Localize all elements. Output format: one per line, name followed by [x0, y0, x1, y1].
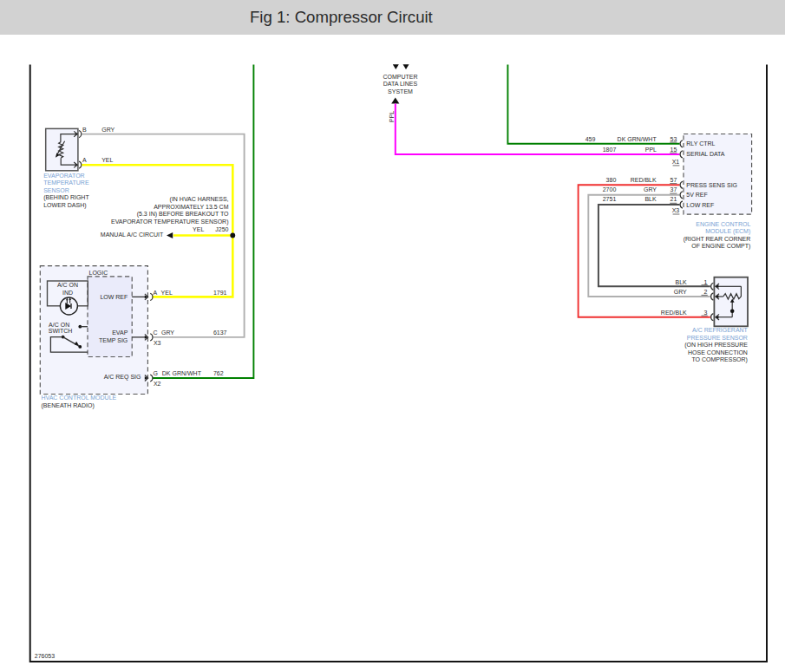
- svg-text:(IN HVAC HARNESS,: (IN HVAC HARNESS,: [170, 196, 229, 203]
- svg-text:PPL: PPL: [645, 147, 657, 153]
- svg-text:2700: 2700: [603, 186, 617, 192]
- svg-text:ENGINE CONTROL: ENGINE CONTROL: [696, 221, 750, 227]
- svg-text:TEMPERATURE: TEMPERATURE: [43, 179, 89, 186]
- svg-text:A/C ON: A/C ON: [57, 282, 78, 288]
- svg-text:G: G: [154, 370, 158, 376]
- svg-text:(ON HIGH PRESSURE: (ON HIGH PRESSURE: [684, 342, 748, 349]
- svg-text:APPROXIMATELY 13.5 CM: APPROXIMATELY 13.5 CM: [154, 204, 229, 210]
- svg-text:J250: J250: [215, 226, 228, 232]
- svg-text:A: A: [154, 290, 158, 296]
- svg-text:RLY CTRL: RLY CTRL: [686, 140, 715, 147]
- svg-text:COMPUTER: COMPUTER: [383, 74, 417, 80]
- svg-text:PPL: PPL: [389, 111, 395, 122]
- svg-text:276053: 276053: [35, 653, 55, 659]
- svg-text:Fig 1: Compressor Circuit: Fig 1: Compressor Circuit: [250, 8, 434, 26]
- svg-text:PRESSURE SENSOR: PRESSURE SENSOR: [687, 335, 748, 341]
- svg-text:DK GRN/WHT: DK GRN/WHT: [618, 136, 657, 142]
- svg-text:SYSTEM: SYSTEM: [388, 88, 413, 95]
- svg-text:LOW REF: LOW REF: [100, 294, 128, 300]
- svg-text:1: 1: [704, 279, 708, 285]
- svg-text:2: 2: [704, 289, 708, 295]
- svg-text:GRY: GRY: [644, 186, 657, 192]
- svg-text:762: 762: [213, 370, 224, 376]
- svg-text:RED/BLK: RED/BLK: [631, 177, 657, 183]
- svg-text:BLK: BLK: [644, 196, 657, 202]
- svg-text:C: C: [154, 329, 158, 336]
- svg-text:BLK: BLK: [676, 279, 688, 285]
- svg-text:A/C REQ SIG: A/C REQ SIG: [104, 374, 141, 381]
- svg-text:OF ENGINE COMPT): OF ENGINE COMPT): [691, 243, 750, 250]
- svg-text:B: B: [82, 127, 87, 133]
- svg-text:TEMP SIG: TEMP SIG: [99, 337, 128, 343]
- svg-text:380: 380: [606, 177, 617, 183]
- svg-text:X2: X2: [154, 381, 161, 387]
- svg-text:1791: 1791: [213, 290, 227, 296]
- svg-text:IND: IND: [62, 290, 73, 296]
- svg-text:A: A: [82, 157, 87, 163]
- svg-text:HVAC CONTROL MODULE: HVAC CONTROL MODULE: [42, 395, 117, 401]
- svg-text:5V REF: 5V REF: [686, 192, 708, 198]
- svg-text:SERIAL DATA: SERIAL DATA: [686, 151, 725, 157]
- svg-text:HOSE CONNECTION: HOSE CONNECTION: [688, 349, 748, 356]
- svg-text:53: 53: [671, 136, 677, 142]
- svg-text:A/C REFRIGERANT: A/C REFRIGERANT: [692, 327, 749, 333]
- svg-text:1807: 1807: [603, 147, 617, 153]
- svg-text:X1: X1: [672, 159, 680, 165]
- svg-text:21: 21: [671, 196, 677, 202]
- svg-text:DK GRN/WHT: DK GRN/WHT: [162, 370, 202, 376]
- svg-text:(5.3 IN) BEFORE BREAKOUT TO: (5.3 IN) BEFORE BREAKOUT TO: [137, 211, 229, 218]
- svg-text:EVAPORATOR: EVAPORATOR: [43, 173, 84, 179]
- svg-text:GRY: GRY: [101, 127, 114, 133]
- svg-text:3: 3: [704, 310, 708, 316]
- svg-text:YEL: YEL: [101, 157, 113, 163]
- svg-text:SWITCH: SWITCH: [49, 328, 73, 334]
- svg-text:EVAP: EVAP: [112, 329, 128, 336]
- svg-text:SENSOR: SENSOR: [43, 187, 69, 193]
- svg-text:YEL: YEL: [161, 290, 173, 296]
- svg-text:(BENEATH RADIO): (BENEATH RADIO): [42, 402, 95, 409]
- svg-text:GRY: GRY: [161, 329, 174, 336]
- svg-text:(RIGHT REAR CORNER: (RIGHT REAR CORNER: [684, 236, 751, 243]
- svg-text:EVAPORATOR TEMPERATURE SENSOR): EVAPORATOR TEMPERATURE SENSOR): [111, 219, 229, 225]
- svg-text:MODULE (ECM): MODULE (ECM): [705, 228, 750, 235]
- svg-text:MANUAL A/C CIRCUIT: MANUAL A/C CIRCUIT: [101, 232, 164, 238]
- svg-text:(BEHIND RIGHT: (BEHIND RIGHT: [43, 194, 89, 201]
- svg-text:YEL: YEL: [193, 226, 204, 232]
- svg-text:37: 37: [671, 186, 677, 192]
- svg-text:459: 459: [585, 136, 596, 142]
- svg-text:6137: 6137: [213, 329, 227, 336]
- svg-text:LOWER DASH): LOWER DASH): [43, 202, 86, 209]
- svg-text:2751: 2751: [603, 196, 617, 202]
- svg-text:TO COMPRESSOR): TO COMPRESSOR): [691, 356, 747, 363]
- svg-text:GRY: GRY: [674, 289, 687, 295]
- svg-text:X3: X3: [672, 207, 680, 213]
- svg-text:57: 57: [671, 177, 677, 183]
- svg-text:X3: X3: [154, 340, 161, 346]
- svg-text:RED/BLK: RED/BLK: [661, 310, 687, 316]
- svg-text:DATA LINES: DATA LINES: [383, 81, 418, 87]
- svg-text:PRESS SENS SIG: PRESS SENS SIG: [686, 182, 737, 188]
- svg-text:15: 15: [671, 147, 677, 153]
- svg-text:LOW REF: LOW REF: [686, 202, 714, 208]
- svg-text:LOGIC: LOGIC: [89, 270, 108, 276]
